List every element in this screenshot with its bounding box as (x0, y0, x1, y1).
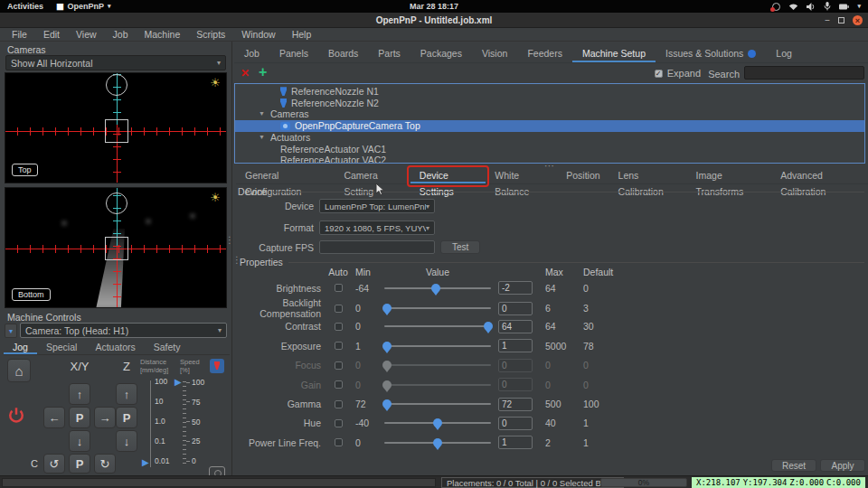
position-tool-icon-button[interactable] (210, 359, 224, 373)
speed-tick[interactable]: 0 (186, 456, 204, 465)
value-input[interactable] (498, 339, 533, 352)
speed-slider-thumb[interactable]: ▶ (175, 378, 182, 387)
menu-machine[interactable]: Machine (137, 29, 189, 40)
activities-button[interactable]: Activities (7, 2, 43, 11)
tab-machine-setup[interactable]: Machine Setup (572, 45, 656, 62)
position-c-button[interactable]: P (69, 454, 90, 474)
camera-view-select[interactable]: Show All Horizontal ▾ (5, 55, 226, 70)
expander-icon[interactable]: ▼ (259, 108, 265, 120)
tab-vision[interactable]: Vision (472, 45, 517, 62)
maximize-button[interactable] (838, 17, 844, 23)
tree-item-cameras[interactable]: ▼Cameras (235, 108, 864, 120)
tab-device-settings[interactable]: Device Settings (410, 167, 486, 183)
auto-checkbox[interactable] (335, 305, 343, 313)
jog-c-minus-button[interactable]: ↺ (43, 454, 65, 474)
tab-special[interactable]: Special (37, 341, 86, 354)
auto-checkbox[interactable] (335, 284, 343, 292)
tab-jog[interactable]: Jog (4, 341, 37, 354)
value-input[interactable] (498, 398, 533, 411)
tab-white-balance[interactable]: White Balance (486, 167, 557, 183)
format-select[interactable]: 1920 x 1080, 5 FPS, YUYV ▾ (319, 221, 435, 235)
search-input[interactable] (744, 66, 864, 80)
value-input[interactable] (498, 378, 533, 391)
slider-thumb[interactable] (431, 284, 440, 293)
slider-thumb[interactable] (382, 361, 392, 370)
tab-advanced-calibration[interactable]: Advanced Calibration (771, 167, 868, 183)
expander-icon[interactable]: ▼ (259, 132, 265, 144)
menu-view[interactable]: View (68, 29, 105, 40)
reset-button[interactable]: Reset (771, 459, 816, 472)
tab-panels[interactable]: Panels (269, 45, 318, 62)
jog-z-minus-button[interactable]: ↓ (116, 430, 137, 452)
jog-y-minus-button[interactable]: ↓ (69, 430, 90, 452)
value-input[interactable] (498, 417, 533, 430)
tree-item-actuators[interactable]: ▼Actuators (235, 132, 864, 144)
tree-item-openpnpcapturecamera-top[interactable]: OpenPnpCaptureCamera Top (235, 120, 864, 132)
jog-c-plus-button[interactable]: ↻ (94, 454, 116, 474)
app-menu-button[interactable]: ▦ OpenPnP ▾ (56, 2, 111, 11)
tree-item-referencenozzle-n1[interactable]: ReferenceNozzle N1 (235, 86, 864, 98)
head-mountable-select[interactable]: Camera: Top (Head: H1) ▾ (20, 323, 227, 338)
menu-edit[interactable]: Edit (35, 29, 68, 40)
tab-boards[interactable]: Boards (318, 45, 368, 62)
auto-checkbox[interactable] (335, 361, 343, 370)
head-quick-select-button[interactable]: ▾ (5, 324, 17, 338)
auto-checkbox[interactable] (335, 380, 343, 389)
camera-view-bottom[interactable]: ☀ Bottom (5, 187, 227, 308)
auto-checkbox[interactable] (335, 323, 343, 331)
distance-slider-thumb[interactable]: ▶ (142, 458, 149, 467)
apply-button[interactable]: Apply (820, 459, 865, 472)
tab-lens-calibration[interactable]: Lens Calibration (609, 167, 687, 183)
jog-x-plus-button[interactable]: → (94, 407, 116, 428)
jog-x-minus-button[interactable]: ← (43, 407, 65, 428)
position-xy-button[interactable]: P (69, 407, 90, 428)
brightness-icon[interactable]: ☀ (210, 191, 221, 204)
tab-position[interactable]: Position (557, 167, 609, 183)
value-input[interactable] (498, 281, 533, 295)
tree-item-referencenozzle-n2[interactable]: ReferenceNozzle N2 (235, 98, 864, 109)
menu-window[interactable]: Window (233, 29, 283, 40)
tree-item-referenceactuator-vac1[interactable]: ReferenceActuator VAC1 (235, 143, 864, 155)
close-button[interactable]: × (853, 15, 863, 25)
slider-thumb[interactable] (382, 399, 392, 408)
add-button[interactable]: + (259, 64, 267, 80)
tab-general-configuration[interactable]: General Configuration (236, 167, 335, 183)
value-input[interactable] (498, 302, 533, 315)
distance-tick[interactable]: 100 (155, 377, 170, 386)
distance-tick[interactable]: 0.01 (155, 456, 170, 465)
menu-scripts[interactable]: Scripts (188, 29, 233, 40)
slider-thumb[interactable] (433, 418, 442, 427)
auto-checkbox[interactable] (335, 400, 343, 408)
device-select[interactable]: LumenPnP Top: LumenPnP Top ▾ (319, 199, 435, 213)
tab-feeders[interactable]: Feeders (517, 45, 572, 62)
speed-tick[interactable]: 50 (186, 418, 204, 427)
minimize-button[interactable]: − (825, 16, 830, 25)
value-input[interactable] (498, 436, 533, 449)
camera-view-top[interactable]: ☀ Top (5, 72, 227, 183)
speed-tick[interactable]: 25 (186, 436, 204, 446)
tab-job[interactable]: Job (234, 45, 269, 62)
expand-checkbox[interactable]: ✓ (655, 70, 663, 78)
distance-tick[interactable]: 1.0 (155, 417, 170, 426)
auto-checkbox[interactable] (335, 419, 343, 427)
jog-z-plus-button[interactable]: ↑ (116, 383, 137, 405)
title-bar[interactable]: OpenPnP - Untitled.job.xml − × (0, 13, 868, 28)
slider-thumb[interactable] (382, 380, 392, 389)
menu-help[interactable]: Help (284, 29, 320, 40)
menu-job[interactable]: Job (105, 29, 137, 40)
slider-thumb[interactable] (382, 342, 392, 351)
position-z-button[interactable]: P (116, 407, 137, 428)
tab-camera-setting[interactable]: Camera Setting (335, 167, 410, 183)
menu-file[interactable]: File (4, 29, 35, 40)
distance-tick[interactable]: 10 (155, 397, 170, 406)
test-button[interactable]: Test (440, 240, 480, 254)
jog-y-plus-button[interactable]: ↑ (69, 383, 90, 405)
auto-checkbox[interactable] (335, 342, 343, 350)
tab-safety[interactable]: Safety (145, 341, 190, 354)
capture-fps-input[interactable] (319, 240, 435, 254)
slider-thumb[interactable] (433, 438, 442, 447)
power-button[interactable] (7, 407, 25, 425)
system-tray[interactable]: ▾ (772, 2, 868, 11)
tab-actuators[interactable]: Actuators (86, 341, 144, 354)
tab-packages[interactable]: Packages (410, 45, 472, 62)
